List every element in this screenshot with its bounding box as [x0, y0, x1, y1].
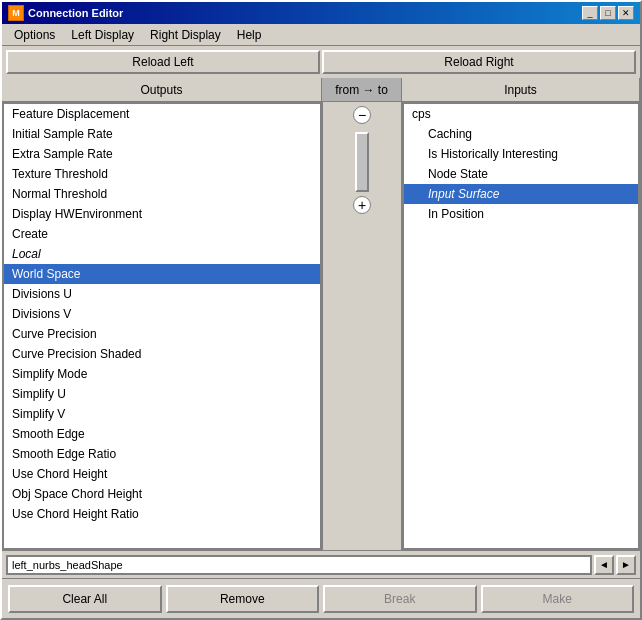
reload-left-button[interactable]: Reload Left: [6, 50, 320, 74]
close-button[interactable]: ✕: [618, 6, 634, 20]
right-item-historically[interactable]: Is Historically Interesting: [404, 144, 638, 164]
nav-prev-button[interactable]: ◄: [594, 555, 614, 575]
outputs-header: Outputs: [2, 78, 322, 101]
list-item-initial-sample-rate[interactable]: Initial Sample Rate: [4, 124, 320, 144]
remove-button[interactable]: Remove: [166, 585, 320, 613]
break-button[interactable]: Break: [323, 585, 477, 613]
from-to-header: from → to: [322, 78, 402, 101]
list-item-local[interactable]: Local: [4, 244, 320, 264]
list-item-curve-precision-shaded[interactable]: Curve Precision Shaded: [4, 344, 320, 364]
main-content: Feature Displacement Initial Sample Rate…: [2, 102, 640, 550]
menu-help[interactable]: Help: [229, 26, 270, 44]
clear-all-button[interactable]: Clear All: [8, 585, 162, 613]
list-item-create[interactable]: Create: [4, 224, 320, 244]
nav-next-button[interactable]: ►: [616, 555, 636, 575]
list-item-divisions-u[interactable]: Divisions U: [4, 284, 320, 304]
status-bar: left_nurbs_headShape ◄ ►: [2, 550, 640, 578]
status-path: left_nurbs_headShape: [6, 555, 592, 575]
list-item-use-chord-ratio[interactable]: Use Chord Height Ratio: [4, 504, 320, 524]
list-item-simplify-u[interactable]: Simplify U: [4, 384, 320, 404]
reload-right-button[interactable]: Reload Right: [322, 50, 636, 74]
app-icon: M: [8, 5, 24, 21]
list-item-smooth-edge[interactable]: Smooth Edge: [4, 424, 320, 444]
minimize-button[interactable]: _: [582, 6, 598, 20]
title-bar: M Connection Editor _ □ ✕: [2, 2, 640, 24]
list-item-obj-space-chord[interactable]: Obj Space Chord Height: [4, 484, 320, 504]
expand-button[interactable]: +: [353, 196, 371, 214]
right-item-caching[interactable]: Caching: [404, 124, 638, 144]
right-item-in-position[interactable]: In Position: [404, 204, 638, 224]
menu-options[interactable]: Options: [6, 26, 63, 44]
list-item-extra-sample-rate[interactable]: Extra Sample Rate: [4, 144, 320, 164]
left-panel: Feature Displacement Initial Sample Rate…: [2, 102, 322, 550]
window-title: Connection Editor: [28, 7, 123, 19]
list-item-simplify-v[interactable]: Simplify V: [4, 404, 320, 424]
list-item-display-hwenv[interactable]: Display HWEnvironment: [4, 204, 320, 224]
right-item-node-state[interactable]: Node State: [404, 164, 638, 184]
list-item-simplify-mode[interactable]: Simplify Mode: [4, 364, 320, 384]
bottom-buttons: Clear All Remove Break Make: [2, 578, 640, 618]
maximize-button[interactable]: □: [600, 6, 616, 20]
list-item-smooth-edge-ratio[interactable]: Smooth Edge Ratio: [4, 444, 320, 464]
list-item-use-chord-height[interactable]: Use Chord Height: [4, 464, 320, 484]
list-item-texture-threshold[interactable]: Texture Threshold: [4, 164, 320, 184]
toolbar: Reload Left Reload Right: [2, 46, 640, 78]
right-panel: cps Caching Is Historically Interesting …: [402, 102, 640, 550]
window-controls: _ □ ✕: [582, 6, 634, 20]
menu-bar: Options Left Display Right Display Help: [2, 24, 640, 46]
list-item-curve-precision[interactable]: Curve Precision: [4, 324, 320, 344]
list-item[interactable]: Feature Displacement: [4, 104, 320, 124]
main-window: M Connection Editor _ □ ✕ Options Left D…: [0, 0, 642, 620]
right-section-header: cps: [404, 104, 638, 124]
make-button[interactable]: Make: [481, 585, 635, 613]
list-item-divisions-v[interactable]: Divisions V: [4, 304, 320, 324]
menu-right-display[interactable]: Right Display: [142, 26, 229, 44]
middle-panel: − +: [322, 102, 402, 550]
column-headers: Outputs from → to Inputs: [2, 78, 640, 102]
collapse-button[interactable]: −: [353, 106, 371, 124]
scroll-thumb[interactable]: [355, 132, 369, 192]
right-item-input-surface[interactable]: Input Surface: [404, 184, 638, 204]
list-item-world-space[interactable]: World Space: [4, 264, 320, 284]
inputs-header: Inputs: [402, 78, 640, 101]
list-item-normal-threshold[interactable]: Normal Threshold: [4, 184, 320, 204]
title-bar-left: M Connection Editor: [8, 5, 123, 21]
outputs-list[interactable]: Feature Displacement Initial Sample Rate…: [4, 104, 320, 548]
menu-left-display[interactable]: Left Display: [63, 26, 142, 44]
